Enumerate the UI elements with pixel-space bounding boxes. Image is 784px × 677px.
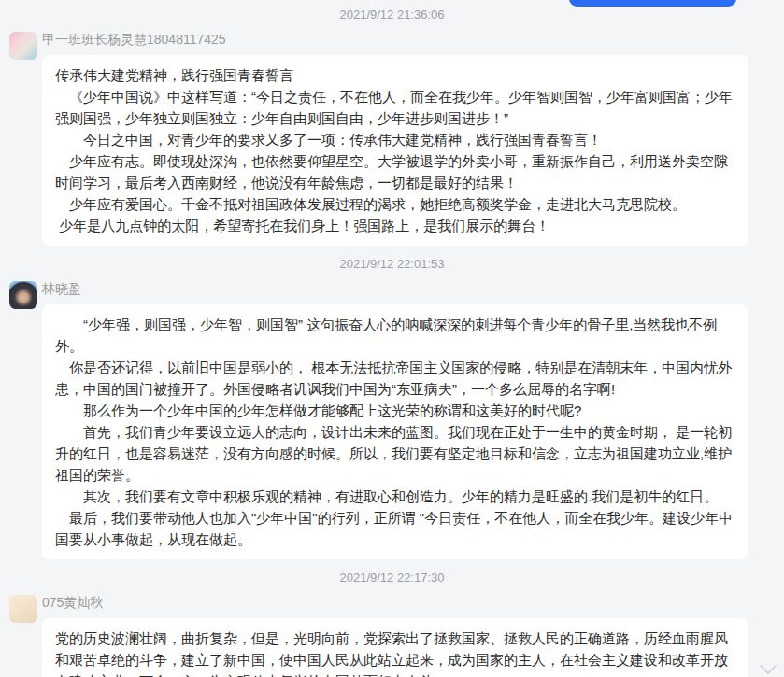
username: 林晓盈 xyxy=(42,279,784,298)
message-timestamp: 2021/9/12 22:01:53 xyxy=(0,249,784,277)
message-bubble: 传承伟大建党精神，践行强国青春誓言 《少年中国说》中这样写道：“今日之责任，不在… xyxy=(42,55,748,246)
message-timestamp: 2021/9/12 21:36:06 xyxy=(0,0,784,28)
message-paragraph: 少年应有爱国心。千金不抵对祖国政体发展过程的渴求，她拒绝高额奖学金，走进北大马克… xyxy=(55,193,735,215)
username: 甲一班班长杨灵慧18048117425 xyxy=(42,30,784,49)
message-bubble: “少年强，则国强，少年智，则国智” 这句振奋人心的呐喊深深的刺进每个青少年的骨子… xyxy=(42,304,748,559)
message-paragraph: 党的历史波澜壮阔，曲折复杂，但是，光明向前，党探索出了拯救国家、拯救人民的正确道… xyxy=(55,628,735,677)
user-avatar[interactable] xyxy=(9,595,37,623)
message-paragraph: 少年是八九点钟的太阳，希望寄托在我们身上！强国路上，是我们展示的舞台！ xyxy=(55,215,735,236)
message-bubble: 党的历史波澜壮阔，曲折复杂，但是，光明向前，党探索出了拯救国家、拯救人民的正确道… xyxy=(42,618,748,677)
message-paragraph: 其次，我们要有文章中积极乐观的精神，有进取心和创造力。少年的精力是旺盛的.我们是… xyxy=(55,486,735,507)
username: 075黄灿秋 xyxy=(42,593,784,612)
message-paragraph: 那么作为一个少年中国的少年怎样做才能够配上这光荣的称谓和这美好的时代呢? xyxy=(55,400,735,421)
message-paragraph: 今日之中国，对青少年的要求又多了一项：传承伟大建党精神，践行强国青春誓言！ xyxy=(55,129,735,150)
message-paragraph: “少年强，则国强，少年智，则国智” 这句振奋人心的呐喊深深的刺进每个青少年的骨子… xyxy=(55,314,735,357)
chat-history: 2021/9/12 21:36:06 甲一班班长杨灵慧18048117425 传… xyxy=(0,0,784,677)
message-paragraph: 《少年中国说》中这样写道：“今日之责任，不在他人，而全在我少年。少年智则国智，少… xyxy=(55,86,735,129)
message-paragraph: 最后，我们要带动他人也加入"少年中国"的行列，正所谓 "今日责任，不在他人，而全… xyxy=(55,507,735,550)
message: 林晓盈 “少年强，则国强，少年智，则国智” 这句振奋人心的呐喊深深的刺进每个青少… xyxy=(0,279,784,559)
message-paragraph: 首先，我们青少年要设立远大的志向，设计出未来的蓝图。我们现在正处于一生中的黄金时… xyxy=(55,421,735,486)
user-avatar[interactable] xyxy=(9,281,37,309)
message-paragraph: 传承伟大建党精神，践行强国青春誓言 xyxy=(55,64,735,86)
message: 甲一班班长杨灵慧18048117425 传承伟大建党精神，践行强国青春誓言 《少… xyxy=(0,30,784,246)
message-paragraph: 少年应有志。即使现处深沟，也依然要仰望星空。大学被退学的外卖小哥，重新振作自己，… xyxy=(55,150,735,193)
user-avatar[interactable] xyxy=(9,32,37,60)
message-paragraph: 你是否还记得，以前旧中国是弱小的， 根本无法抵抗帝国主义国家的侵略，特别是在清朝… xyxy=(55,357,735,400)
chat-window: { "ui": { "colors": { "page_bg": "#f4f5f… xyxy=(0,0,784,677)
message: 075黄灿秋 党的历史波澜壮阔，曲折复杂，但是，光明向前，党探索出了拯救国家、拯… xyxy=(0,593,784,677)
message-timestamp: 2021/9/12 22:17:30 xyxy=(0,563,784,591)
chevron-down-icon[interactable] xyxy=(758,663,778,676)
